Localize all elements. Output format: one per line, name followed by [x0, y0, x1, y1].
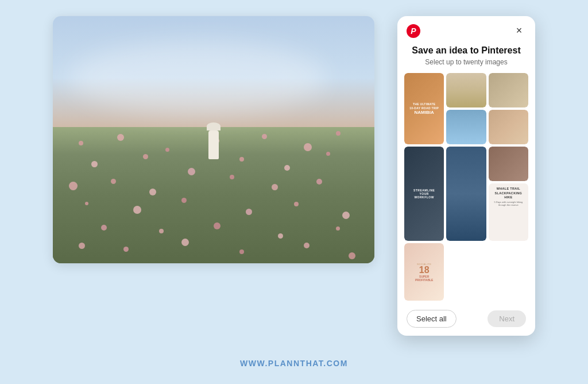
page-container: P × Save an idea to Pinterest Select up …	[0, 0, 588, 384]
grid-image-dark-person[interactable]: STREAMLINE YOUR WORKFLOW	[404, 147, 444, 241]
content-row: P × Save an idea to Pinterest Select up …	[53, 16, 535, 336]
grid-image-super-profitable[interactable]: Socialite 18 SUPERProfitable	[404, 243, 444, 301]
person-silhouette	[208, 130, 219, 159]
whale-trail-title: WHALE TRAIL SLACKPACKING HIKE	[491, 187, 526, 199]
dialog-footer: Select all Next	[397, 305, 535, 336]
rocks-image	[489, 73, 528, 107]
profitable-number: 18	[419, 266, 430, 275]
select-all-button[interactable]: Select all	[407, 310, 457, 328]
adobe-image	[489, 110, 528, 144]
grid-image-whale-trail[interactable]: WHALE TRAIL SLACKPACKING HIKE 5 Days wit…	[489, 183, 528, 241]
close-icon: ×	[516, 25, 523, 37]
pinterest-dialog: P × Save an idea to Pinterest Select up …	[397, 16, 535, 336]
website-url: WWW.PLANNTHAT.COM	[240, 359, 348, 368]
canyon-image	[489, 147, 528, 181]
grid-image-desert-tree[interactable]	[446, 73, 486, 107]
pinterest-logo: P	[407, 24, 420, 38]
dark-person-text3: WORKFLOW	[414, 195, 434, 199]
grid-image-canyon[interactable]	[489, 147, 528, 181]
grid-image-adobe[interactable]	[489, 110, 528, 144]
namibia-image: The Ultimate 10-Day Road Trip NAMIBIA	[404, 73, 444, 144]
next-button[interactable]: Next	[488, 310, 526, 327]
desert-tree-image	[446, 73, 486, 107]
profitable-text: SUPERProfitable	[415, 275, 434, 282]
dialog-header: P ×	[397, 16, 535, 43]
dialog-subtitle: Select up to twenty images	[407, 58, 526, 66]
grid-image-namibia[interactable]: The Ultimate 10-Day Road Trip NAMIBIA	[404, 73, 444, 144]
dialog-title: Save an idea to Pinterest	[407, 45, 526, 57]
grid-image-waterfall[interactable]	[446, 147, 486, 241]
grid-image-rocks[interactable]	[489, 73, 528, 107]
waterfall-image	[446, 147, 486, 241]
dialog-title-section: Save an idea to Pinterest Select up to t…	[397, 43, 535, 74]
whale-trail-image: WHALE TRAIL SLACKPACKING HIKE 5 Days wit…	[489, 183, 528, 241]
image-grid: The Ultimate 10-Day Road Trip NAMIBIA	[397, 73, 535, 305]
namibia-title: NAMIBIA	[415, 110, 434, 115]
main-photo-frame	[53, 16, 374, 263]
whale-trail-subtitle: 5 Days with overnight hiking through the…	[491, 201, 526, 206]
close-button[interactable]: ×	[512, 24, 526, 38]
dark-person-image: STREAMLINE YOUR WORKFLOW	[404, 147, 444, 241]
pinterest-p-letter: P	[411, 26, 416, 36]
grid-image-blue-sky[interactable]	[446, 110, 486, 144]
blue-sky-image	[446, 110, 486, 144]
flower-field-photo	[53, 16, 374, 263]
super-profitable-image: Socialite 18 SUPERProfitable	[404, 243, 444, 301]
